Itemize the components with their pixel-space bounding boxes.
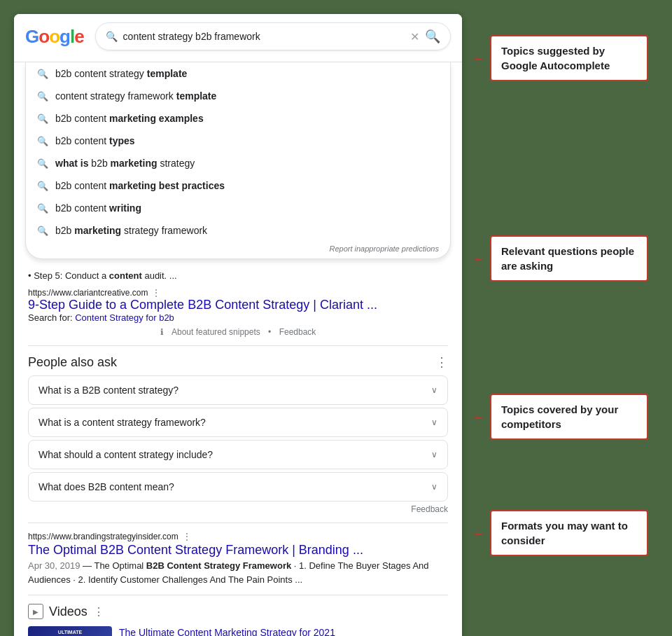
featured-snippet-link[interactable]: 9-Step Guide to a Complete B2B Content S… — [28, 298, 377, 312]
snippet-about-row: ℹ About featured snippets • Feedback — [28, 327, 448, 337]
ac-footer[interactable]: Report inappropriate predictions — [26, 242, 450, 258]
arrow-icon-4: ← — [472, 525, 486, 541]
search-icon-ac1: 🔍 — [37, 69, 48, 79]
autocomplete-dropdown: 🔍 b2b content strategy template 🔍 conten… — [25, 62, 451, 259]
annotation-wrapper-1: ← Topics suggested by Google Autocomplet… — [472, 35, 648, 81]
paa-chevron-4: ∨ — [431, 482, 438, 492]
featured-snippet: Step 5: Conduct a content audit. ... htt… — [28, 259, 448, 346]
annotation-text-4: Formats you may want to consider — [501, 520, 628, 546]
snippet-dots[interactable]: ⋮ — [152, 288, 160, 298]
video-thumb-inner-1: ULTIMATECONTENTMARKET-INGSTRATEGY — [28, 626, 112, 636]
snippet-url: https://www.clariantcreative.com — [28, 288, 148, 298]
logo-g2: g — [59, 26, 70, 47]
autocomplete-item-4[interactable]: 🔍 b2b content types — [26, 130, 450, 152]
search-icon-ac5: 🔍 — [37, 158, 48, 169]
search-results: Step 5: Conduct a content audit. ... htt… — [14, 259, 462, 636]
ac-text-4: b2b content types — [55, 135, 135, 146]
paa-header: People also ask ⋮ — [28, 354, 448, 370]
annotation-wrapper-3: ← Topics covered by your competitors — [472, 394, 648, 440]
paa-question-4: What does B2B content mean? — [38, 481, 174, 492]
search-icon-ac4: 🔍 — [37, 136, 48, 146]
autocomplete-item-8[interactable]: 🔍 b2b marketing strategy framework — [26, 219, 450, 242]
snippet-search-for: Search for: Content Strategy for b2b — [28, 312, 448, 323]
paa-question-2: What is a content strategy framework? — [38, 417, 206, 428]
annotation-box-2: Relevant questions people are asking — [490, 235, 648, 282]
search-for-link[interactable]: Content Strategy for b2b — [75, 312, 174, 323]
about-snippets-text[interactable]: About featured snippets — [172, 327, 260, 337]
result-snippet: Apr 30, 2019 — The Optimal B2B Content S… — [28, 559, 448, 586]
about-snippets-icon: ℹ — [160, 327, 164, 337]
search-icon: 🔍 — [106, 31, 118, 42]
autocomplete-item-7[interactable]: 🔍 b2b content writing — [26, 197, 450, 219]
ac-text-6: b2b content marketing best practices — [55, 180, 225, 191]
videos-section: ▶ Videos ⋮ ULTIMATECONTENTMARKET-INGSTRA… — [28, 595, 448, 636]
paa-section: People also ask ⋮ What is a B2B content … — [28, 346, 448, 523]
result-dots[interactable]: ⋮ — [183, 532, 191, 541]
video-overlay-text-1: ULTIMATECONTENTMARKET-INGSTRATEGY — [31, 629, 109, 636]
result-title-link[interactable]: The Optimal B2B Content Strategy Framewo… — [28, 543, 448, 558]
autocomplete-item-1[interactable]: 🔍 b2b content strategy template — [26, 62, 450, 85]
autocomplete-item-5[interactable]: 🔍 what is b2b marketing strategy — [26, 152, 450, 174]
ac-text-3: b2b content marketing examples — [55, 113, 204, 124]
search-icon-ac7: 🔍 — [37, 203, 48, 214]
arrow-row-1: ← Topics suggested by Google Autocomplet… — [472, 35, 648, 81]
video-icon: ▶ — [28, 604, 43, 619]
video-item-1: ULTIMATECONTENTMARKET-INGSTRATEGY 11:21 … — [28, 626, 448, 636]
search-query-text: content strategy b2b framework — [123, 31, 405, 42]
paa-dots[interactable]: ⋮ — [435, 354, 448, 370]
autocomplete-item-2[interactable]: 🔍 content strategy framework template — [26, 85, 450, 107]
search-icon-ac6: 🔍 — [37, 181, 48, 191]
search-submit-icon[interactable]: 🔍 — [425, 29, 440, 44]
result-source: https://www.brandingstrategyinsider.com … — [28, 532, 448, 541]
search-icon-ac2: 🔍 — [37, 91, 48, 102]
paa-question-3: What should a content strategy include? — [38, 449, 213, 460]
video-title-1[interactable]: The Ultimate Content Marketing Strategy … — [119, 626, 448, 636]
main-container: Google 🔍 content strategy b2b framework … — [14, 14, 658, 636]
arrow-icon-3: ← — [472, 409, 486, 425]
ac-text-8: b2b marketing strategy framework — [55, 225, 207, 236]
autocomplete-item-3[interactable]: 🔍 b2b content marketing examples — [26, 107, 450, 130]
result-date: Apr 30, 2019 — [28, 560, 80, 571]
snippet-source: https://www.clariantcreative.com ⋮ — [28, 288, 448, 298]
paa-chevron-2: ∨ — [431, 417, 438, 427]
logo-o1: o — [38, 26, 49, 47]
paa-item-2[interactable]: What is a content strategy framework? ∨ — [28, 408, 448, 437]
videos-dots[interactable]: ⋮ — [93, 605, 104, 618]
autocomplete-item-6[interactable]: 🔍 b2b content marketing best practices — [26, 174, 450, 197]
annotation-box-3: Topics covered by your competitors — [490, 394, 648, 440]
result-url: https://www.brandingstrategyinsider.com — [28, 532, 178, 541]
arrow-row-3: ← Topics covered by your competitors — [472, 394, 648, 440]
clear-icon[interactable]: ✕ — [410, 30, 419, 43]
competitor-result: https://www.brandingstrategyinsider.com … — [28, 523, 448, 595]
annotation-text-3: Topics covered by your competitors — [501, 403, 618, 430]
ac-text-7: b2b content writing — [55, 202, 141, 214]
arrow-row-4: ← Formats you may want to consider — [472, 510, 648, 556]
paa-chevron-3: ∨ — [431, 450, 438, 459]
snippet-bullet: Step 5: Conduct a content audit. ... — [28, 268, 448, 284]
ac-text-1: b2b content strategy template — [55, 68, 187, 79]
annotation-box-1: Topics suggested by Google Autocomplete — [490, 35, 648, 81]
annotation-wrapper-4: ← Formats you may want to consider — [472, 510, 648, 556]
google-logo: Google — [25, 26, 84, 48]
video-thumb-1: ULTIMATECONTENTMARKET-INGSTRATEGY 11:21 … — [28, 626, 112, 636]
feedback-text[interactable]: Feedback — [279, 327, 316, 337]
logo-g: G — [25, 26, 38, 47]
about-dot-sep: • — [268, 327, 271, 337]
videos-title: Videos — [49, 604, 88, 619]
search-icon-ac8: 🔍 — [37, 226, 48, 236]
paa-question-1: What is a B2B content strategy? — [38, 385, 178, 396]
arrow-icon-2: ← — [472, 251, 486, 267]
google-panel: Google 🔍 content strategy b2b framework … — [14, 14, 462, 636]
annotation-text-2: Relevant questions people are asking — [501, 245, 634, 272]
search-icon-ac3: 🔍 — [37, 113, 48, 124]
ac-text-5: what is b2b marketing strategy — [55, 158, 195, 169]
search-bar[interactable]: 🔍 content strategy b2b framework ✕ 🔍 — [95, 22, 451, 50]
logo-o2: o — [49, 26, 59, 47]
paa-item-1[interactable]: What is a B2B content strategy? ∨ — [28, 375, 448, 405]
paa-item-3[interactable]: What should a content strategy include? … — [28, 440, 448, 469]
video-info-1: The Ultimate Content Marketing Strategy … — [119, 626, 448, 636]
google-logo-row: Google 🔍 content strategy b2b framework … — [25, 22, 451, 50]
paa-item-4[interactable]: What does B2B content mean? ∨ — [28, 472, 448, 502]
paa-chevron-1: ∨ — [431, 385, 438, 395]
paa-feedback[interactable]: Feedback — [28, 504, 448, 514]
